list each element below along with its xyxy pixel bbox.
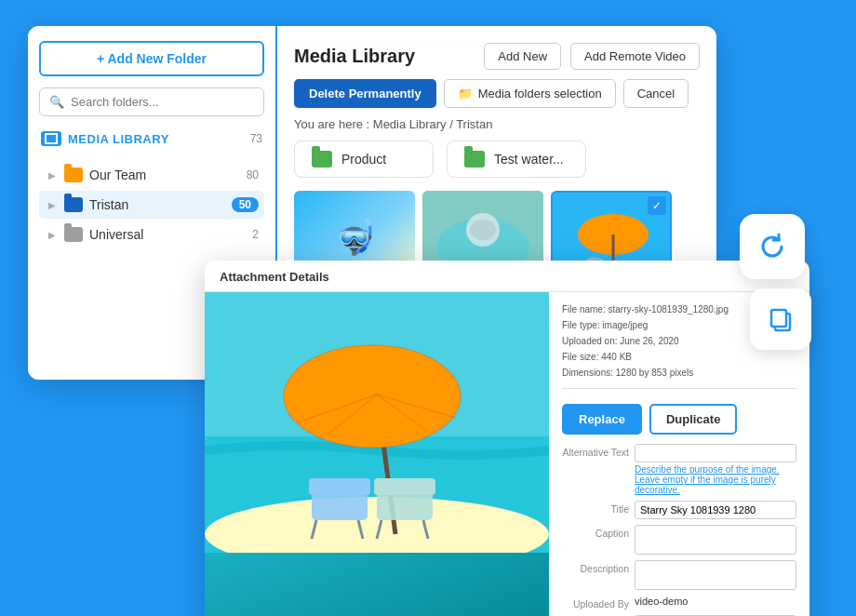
sidebar-item-ourteam[interactable]: ▶ Our Team 80 bbox=[39, 161, 264, 189]
svg-rect-28 bbox=[771, 310, 786, 327]
caption-input[interactable] bbox=[635, 525, 796, 555]
svg-rect-20 bbox=[309, 478, 370, 495]
sidebar-item-tristan[interactable]: ▶ Tristan 50 bbox=[39, 191, 264, 219]
folder-icon-green bbox=[312, 151, 332, 167]
caption-label: Caption bbox=[562, 525, 629, 539]
title-row: Title bbox=[562, 501, 796, 519]
media-library-count: 73 bbox=[250, 132, 262, 145]
folder-card-label: Test water... bbox=[494, 152, 564, 167]
breadcrumb: You are here : Media Library / Tristan bbox=[294, 117, 700, 131]
uploaded-by-label: Uploaded By bbox=[562, 596, 629, 609]
refresh-icon-button[interactable] bbox=[740, 214, 805, 279]
search-box: 🔍 bbox=[39, 87, 264, 116]
sidebar-item-label: Tristan bbox=[89, 197, 225, 212]
media-library-section: MEDIA LIBRARY 73 bbox=[39, 127, 264, 150]
sidebar-item-count: 50 bbox=[232, 197, 259, 212]
uploaded-by-value: video-demo bbox=[635, 596, 688, 607]
sidebar-item-universal[interactable]: ▶ Universal 2 bbox=[39, 221, 264, 248]
sidebar-item-label: Our Team bbox=[89, 167, 240, 182]
svg-rect-24 bbox=[374, 478, 435, 495]
chevron-icon: ▶ bbox=[48, 170, 58, 181]
alt-text-row: Alternative Text Describe the purpose of… bbox=[562, 444, 796, 495]
alt-text-label: Alternative Text bbox=[562, 444, 629, 458]
svg-rect-23 bbox=[377, 492, 433, 520]
media-library-icon bbox=[41, 131, 61, 146]
alt-text-hint: Describe the purpose of the image. Leave… bbox=[635, 464, 796, 495]
description-label: Description bbox=[562, 560, 629, 574]
sidebar-item-count: 2 bbox=[252, 228, 259, 241]
media-folders-selection-button[interactable]: 📁 Media folders selection bbox=[444, 79, 616, 108]
folder-icon-orange bbox=[64, 167, 83, 182]
cancel-button[interactable]: Cancel bbox=[623, 79, 689, 108]
top-bar: Media Library Add New Add Remote Video bbox=[294, 43, 700, 70]
search-input[interactable] bbox=[71, 95, 254, 109]
selected-checkmark: ✓ bbox=[648, 196, 666, 215]
search-icon: 🔍 bbox=[49, 95, 64, 109]
attachment-image-area: Edit Image bbox=[205, 292, 549, 616]
folder-card-testwater[interactable]: Test water... bbox=[447, 141, 586, 178]
folder-grid: Product Test water... bbox=[294, 141, 700, 178]
beach-scene-svg bbox=[205, 292, 549, 553]
folder-tree: ▶ Our Team 80 ▶ Tristan 50 ▶ Universal 2 bbox=[39, 161, 264, 248]
copy-icon-button[interactable] bbox=[750, 288, 811, 350]
caption-row: Caption bbox=[562, 525, 796, 555]
description-row: Description bbox=[562, 560, 796, 590]
chevron-icon: ▶ bbox=[48, 200, 58, 210]
svg-point-3 bbox=[470, 220, 496, 240]
duplicate-button[interactable]: Duplicate bbox=[649, 404, 738, 435]
sidebar-item-count: 80 bbox=[247, 168, 259, 181]
title-label: Title bbox=[562, 501, 629, 515]
folder-icon: 📁 bbox=[458, 87, 473, 100]
sidebar-item-label: Universal bbox=[89, 227, 246, 242]
replace-duplicate-row: Replace Duplicate bbox=[562, 404, 796, 435]
folder-card-product[interactable]: Product bbox=[294, 141, 434, 178]
alt-text-input[interactable] bbox=[635, 444, 796, 462]
delete-permanently-button[interactable]: Delete Permanently bbox=[294, 79, 436, 108]
title-input[interactable] bbox=[635, 501, 796, 519]
action-bar: Delete Permanently 📁 Media folders selec… bbox=[294, 79, 700, 108]
refresh-icon bbox=[756, 230, 789, 263]
add-folder-button[interactable]: + Add New Folder bbox=[39, 41, 264, 76]
folder-icon-green bbox=[464, 151, 485, 167]
description-input[interactable] bbox=[635, 560, 796, 590]
media-library-title: MEDIA LIBRARY bbox=[68, 132, 169, 146]
add-new-button[interactable]: Add New bbox=[484, 43, 561, 70]
folder-icon-blue bbox=[64, 197, 83, 212]
chevron-icon: ▶ bbox=[48, 230, 58, 240]
attachment-body: Edit Image File name: starry-sky-1081939… bbox=[205, 292, 809, 616]
add-remote-video-button[interactable]: Add Remote Video bbox=[570, 43, 700, 70]
svg-rect-19 bbox=[312, 492, 368, 520]
replace-button[interactable]: Replace bbox=[562, 404, 642, 435]
dimensions: Dimensions: 1280 by 853 pixels bbox=[562, 365, 796, 381]
attachment-panel-title: Attachment Details bbox=[205, 261, 809, 292]
file-size: File size: 440 KB bbox=[562, 349, 796, 365]
uploaded-by-row: Uploaded By video-demo bbox=[562, 596, 796, 609]
copy-icon bbox=[766, 304, 796, 334]
folder-icon-gray bbox=[64, 227, 83, 242]
attachment-details-panel: Attachment Details bbox=[205, 261, 809, 616]
page-title: Media Library bbox=[294, 46, 475, 67]
folder-card-label: Product bbox=[341, 152, 386, 167]
